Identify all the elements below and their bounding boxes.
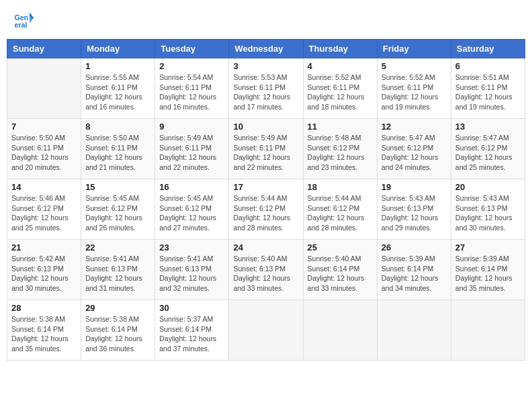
day-info: Sunrise: 5:55 AMSunset: 6:11 PMDaylight:…: [85, 73, 150, 112]
day-number: 17: [233, 182, 298, 192]
calendar-cell: 23Sunrise: 5:41 AMSunset: 6:13 PMDayligh…: [155, 240, 229, 300]
day-number: 12: [382, 122, 447, 132]
day-number: 18: [308, 182, 373, 192]
day-number: 16: [159, 182, 224, 192]
calendar-week-row: 1Sunrise: 5:55 AMSunset: 6:11 PMDaylight…: [7, 58, 525, 119]
calendar-cell: 2Sunrise: 5:54 AMSunset: 6:11 PMDaylight…: [155, 58, 229, 119]
calendar-cell: 14Sunrise: 5:46 AMSunset: 6:12 PMDayligh…: [7, 179, 81, 240]
calendar-week-row: 28Sunrise: 5:38 AMSunset: 6:14 PMDayligh…: [7, 300, 525, 361]
calendar-header-saturday: Saturday: [451, 40, 525, 58]
day-info: Sunrise: 5:41 AMSunset: 6:13 PMDaylight:…: [85, 254, 150, 293]
day-number: 11: [308, 122, 373, 132]
day-number: 7: [11, 122, 77, 132]
svg-text:eral: eral: [15, 21, 28, 29]
calendar-cell: 18Sunrise: 5:44 AMSunset: 6:12 PMDayligh…: [303, 179, 377, 240]
calendar-cell: 6Sunrise: 5:51 AMSunset: 6:11 PMDaylight…: [451, 58, 525, 119]
calendar-header-friday: Friday: [377, 40, 451, 58]
calendar-header-monday: Monday: [81, 40, 155, 58]
day-info: Sunrise: 5:37 AMSunset: 6:14 PMDaylight:…: [159, 314, 224, 354]
calendar-cell: 20Sunrise: 5:43 AMSunset: 6:13 PMDayligh…: [451, 179, 525, 240]
logo-icon: Gen eral: [13, 10, 34, 30]
day-info: Sunrise: 5:39 AMSunset: 6:14 PMDaylight:…: [382, 254, 447, 293]
day-number: 2: [159, 61, 224, 71]
calendar-cell: 24Sunrise: 5:40 AMSunset: 6:13 PMDayligh…: [229, 240, 303, 300]
calendar-cell: 25Sunrise: 5:40 AMSunset: 6:14 PMDayligh…: [303, 240, 377, 300]
calendar-cell: 17Sunrise: 5:44 AMSunset: 6:12 PMDayligh…: [229, 179, 303, 240]
calendar-cell: 16Sunrise: 5:45 AMSunset: 6:12 PMDayligh…: [155, 179, 229, 240]
day-info: Sunrise: 5:45 AMSunset: 6:12 PMDaylight:…: [85, 193, 150, 233]
day-info: Sunrise: 5:49 AMSunset: 6:11 PMDaylight:…: [233, 133, 298, 173]
calendar-cell: 13Sunrise: 5:47 AMSunset: 6:12 PMDayligh…: [451, 119, 525, 179]
calendar-cell: 8Sunrise: 5:50 AMSunset: 6:11 PMDaylight…: [81, 119, 155, 179]
calendar-header-sunday: Sunday: [7, 40, 81, 58]
calendar-week-row: 14Sunrise: 5:46 AMSunset: 6:12 PMDayligh…: [7, 179, 525, 240]
day-number: 30: [159, 303, 224, 313]
calendar-cell: 5Sunrise: 5:52 AMSunset: 6:11 PMDaylight…: [377, 58, 451, 119]
calendar-week-row: 21Sunrise: 5:42 AMSunset: 6:13 PMDayligh…: [7, 240, 525, 300]
day-info: Sunrise: 5:41 AMSunset: 6:13 PMDaylight:…: [159, 254, 224, 293]
calendar-header-wednesday: Wednesday: [229, 40, 303, 58]
day-number: 4: [308, 61, 373, 71]
calendar-cell: 27Sunrise: 5:39 AMSunset: 6:14 PMDayligh…: [451, 240, 525, 300]
day-info: Sunrise: 5:38 AMSunset: 6:14 PMDaylight:…: [85, 314, 150, 354]
calendar-cell: 3Sunrise: 5:53 AMSunset: 6:11 PMDaylight…: [229, 58, 303, 119]
day-info: Sunrise: 5:45 AMSunset: 6:12 PMDaylight:…: [159, 193, 224, 233]
calendar-cell: [303, 300, 377, 361]
calendar-header-thursday: Thursday: [303, 40, 377, 58]
day-number: 25: [308, 242, 373, 253]
day-info: Sunrise: 5:47 AMSunset: 6:12 PMDaylight:…: [455, 133, 521, 173]
day-number: 9: [159, 122, 224, 132]
day-number: 1: [85, 61, 150, 71]
calendar-cell: 10Sunrise: 5:49 AMSunset: 6:11 PMDayligh…: [229, 119, 303, 179]
day-number: 24: [233, 242, 298, 253]
day-number: 21: [11, 242, 77, 253]
day-info: Sunrise: 5:44 AMSunset: 6:12 PMDaylight:…: [308, 193, 373, 233]
calendar-header-tuesday: Tuesday: [155, 40, 229, 58]
day-info: Sunrise: 5:42 AMSunset: 6:13 PMDaylight:…: [11, 254, 77, 293]
day-info: Sunrise: 5:54 AMSunset: 6:11 PMDaylight:…: [159, 73, 224, 112]
calendar-cell: 22Sunrise: 5:41 AMSunset: 6:13 PMDayligh…: [81, 240, 155, 300]
calendar-cell: 29Sunrise: 5:38 AMSunset: 6:14 PMDayligh…: [81, 300, 155, 361]
calendar-cell: 19Sunrise: 5:43 AMSunset: 6:13 PMDayligh…: [377, 179, 451, 240]
day-info: Sunrise: 5:38 AMSunset: 6:14 PMDaylight:…: [11, 314, 77, 354]
day-info: Sunrise: 5:49 AMSunset: 6:11 PMDaylight:…: [159, 133, 224, 173]
day-info: Sunrise: 5:53 AMSunset: 6:11 PMDaylight:…: [233, 73, 298, 112]
calendar-header-row: SundayMondayTuesdayWednesdayThursdayFrid…: [7, 40, 525, 58]
day-info: Sunrise: 5:44 AMSunset: 6:12 PMDaylight:…: [233, 193, 298, 233]
page-header: Gen eral: [7, 7, 525, 34]
calendar-cell: 9Sunrise: 5:49 AMSunset: 6:11 PMDaylight…: [155, 119, 229, 179]
day-info: Sunrise: 5:40 AMSunset: 6:14 PMDaylight:…: [308, 254, 373, 293]
day-number: 3: [233, 61, 298, 71]
day-number: 6: [455, 61, 521, 71]
calendar-cell: [7, 58, 81, 119]
day-number: 23: [159, 242, 224, 253]
day-info: Sunrise: 5:50 AMSunset: 6:11 PMDaylight:…: [85, 133, 150, 173]
calendar-cell: 30Sunrise: 5:37 AMSunset: 6:14 PMDayligh…: [155, 300, 229, 361]
calendar-cell: 21Sunrise: 5:42 AMSunset: 6:13 PMDayligh…: [7, 240, 81, 300]
day-number: 8: [85, 122, 150, 132]
calendar-cell: 26Sunrise: 5:39 AMSunset: 6:14 PMDayligh…: [377, 240, 451, 300]
day-info: Sunrise: 5:52 AMSunset: 6:11 PMDaylight:…: [382, 73, 447, 112]
calendar-cell: 4Sunrise: 5:52 AMSunset: 6:11 PMDaylight…: [303, 58, 377, 119]
day-number: 5: [382, 61, 447, 71]
calendar-cell: 12Sunrise: 5:47 AMSunset: 6:12 PMDayligh…: [377, 119, 451, 179]
day-number: 19: [382, 182, 447, 192]
calendar-cell: [377, 300, 451, 361]
calendar-cell: 15Sunrise: 5:45 AMSunset: 6:12 PMDayligh…: [81, 179, 155, 240]
day-info: Sunrise: 5:47 AMSunset: 6:12 PMDaylight:…: [382, 133, 447, 173]
day-info: Sunrise: 5:48 AMSunset: 6:12 PMDaylight:…: [308, 133, 373, 173]
day-number: 10: [233, 122, 298, 132]
day-info: Sunrise: 5:50 AMSunset: 6:11 PMDaylight:…: [11, 133, 77, 173]
day-number: 26: [382, 242, 447, 253]
day-number: 15: [85, 182, 150, 192]
calendar-week-row: 7Sunrise: 5:50 AMSunset: 6:11 PMDaylight…: [7, 119, 525, 179]
day-number: 14: [11, 182, 77, 192]
day-info: Sunrise: 5:52 AMSunset: 6:11 PMDaylight:…: [308, 73, 373, 112]
calendar-table: SundayMondayTuesdayWednesdayThursdayFrid…: [7, 39, 525, 361]
day-number: 22: [85, 242, 150, 253]
day-info: Sunrise: 5:40 AMSunset: 6:13 PMDaylight:…: [233, 254, 298, 293]
day-info: Sunrise: 5:46 AMSunset: 6:12 PMDaylight:…: [11, 193, 77, 233]
day-number: 27: [455, 242, 521, 253]
logo: Gen eral: [13, 10, 36, 30]
calendar-cell: 1Sunrise: 5:55 AMSunset: 6:11 PMDaylight…: [81, 58, 155, 119]
